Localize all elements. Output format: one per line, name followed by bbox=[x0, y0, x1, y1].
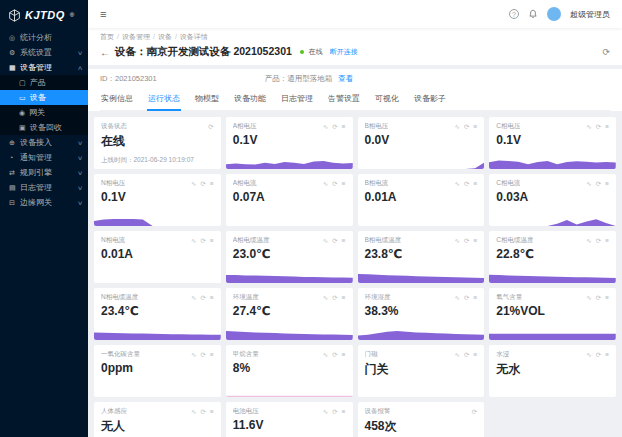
more-icon[interactable]: ≡ bbox=[210, 294, 214, 302]
refresh-icon[interactable]: ⟳ bbox=[596, 351, 601, 359]
refresh-icon[interactable]: ⟳ bbox=[208, 123, 213, 131]
more-icon[interactable]: ≡ bbox=[342, 123, 346, 131]
sidebar-item-rule-engine[interactable]: ⇄规则引擎∨ bbox=[0, 165, 88, 180]
more-icon[interactable]: ≡ bbox=[210, 351, 214, 359]
product-view-link[interactable]: 查看 bbox=[338, 74, 353, 83]
trend-icon[interactable]: ∿ bbox=[191, 408, 196, 416]
trend-icon[interactable]: ∿ bbox=[586, 294, 591, 302]
more-icon[interactable]: ≡ bbox=[605, 237, 609, 245]
refresh-icon[interactable]: ⟳ bbox=[596, 123, 601, 131]
tab-instance-info[interactable]: 实例信息 bbox=[100, 89, 134, 111]
refresh-icon[interactable]: ⟳ bbox=[464, 237, 469, 245]
back-icon[interactable]: ← bbox=[100, 47, 110, 58]
sidebar-item-stats[interactable]: ◎统计分析 bbox=[0, 30, 88, 45]
more-icon[interactable]: ≡ bbox=[342, 237, 346, 245]
sidebar-item-product[interactable]: ▢产品 bbox=[0, 75, 88, 90]
refresh-icon[interactable]: ⟳ bbox=[332, 408, 337, 416]
more-icon[interactable]: ≡ bbox=[605, 123, 609, 131]
user-name[interactable]: 超级管理员 bbox=[570, 9, 610, 20]
refresh-icon[interactable]: ⟳ bbox=[464, 123, 469, 131]
refresh-icon[interactable]: ⟳ bbox=[464, 180, 469, 188]
avatar[interactable] bbox=[547, 7, 561, 21]
refresh-icon[interactable]: ⟳ bbox=[332, 351, 337, 359]
trend-icon[interactable]: ∿ bbox=[191, 180, 196, 188]
more-icon[interactable]: ≡ bbox=[210, 237, 214, 245]
refresh-icon[interactable]: ⟳ bbox=[201, 408, 206, 416]
trend-icon[interactable]: ∿ bbox=[455, 294, 460, 302]
trend-icon[interactable]: ∿ bbox=[586, 180, 591, 188]
more-icon[interactable]: ≡ bbox=[473, 180, 477, 188]
tab-device-function[interactable]: 设备功能 bbox=[233, 89, 267, 111]
trend-icon[interactable]: ∿ bbox=[323, 237, 328, 245]
more-icon[interactable]: ≡ bbox=[473, 237, 477, 245]
breadcrumb-item[interactable]: 首页 bbox=[100, 33, 114, 40]
sidebar-item-device-access[interactable]: ⊕设备接入∨ bbox=[0, 135, 88, 150]
sidebar-item-gateway[interactable]: ◉网关 bbox=[0, 105, 88, 120]
refresh-icon[interactable]: ⟳ bbox=[596, 237, 601, 245]
trend-icon[interactable]: ∿ bbox=[586, 351, 591, 359]
refresh-icon[interactable]: ⟳ bbox=[464, 294, 469, 302]
more-icon[interactable]: ≡ bbox=[605, 351, 609, 359]
more-icon[interactable]: ≡ bbox=[210, 180, 214, 188]
tab-device-shadow[interactable]: 设备影子 bbox=[413, 89, 447, 111]
breadcrumb-item[interactable]: 设备管理 bbox=[122, 33, 150, 40]
refresh-icon[interactable]: ⟳ bbox=[332, 294, 337, 302]
trend-icon[interactable]: ∿ bbox=[191, 351, 196, 359]
disconnect-link[interactable]: 断开连接 bbox=[330, 47, 358, 57]
card-value: 0ppm bbox=[101, 361, 214, 375]
sidebar-item-edge-gateway[interactable]: ⊟边缘网关∨ bbox=[0, 195, 88, 210]
sidebar-item-device-recycle[interactable]: ▣设备回收 bbox=[0, 120, 88, 135]
more-icon[interactable]: ≡ bbox=[342, 351, 346, 359]
trend-icon[interactable]: ∿ bbox=[191, 294, 196, 302]
trend-icon[interactable]: ∿ bbox=[323, 123, 328, 131]
more-icon[interactable]: ≡ bbox=[210, 408, 214, 416]
trend-icon[interactable]: ∿ bbox=[455, 123, 460, 131]
tab-visualization[interactable]: 可视化 bbox=[374, 89, 400, 111]
trend-icon[interactable]: ∿ bbox=[586, 237, 591, 245]
more-icon[interactable]: ≡ bbox=[605, 294, 609, 302]
refresh-icon[interactable]: ⟳ bbox=[332, 237, 337, 245]
refresh-icon[interactable]: ⟳ bbox=[596, 294, 601, 302]
refresh-icon[interactable]: ⟳ bbox=[596, 180, 601, 188]
sidebar-item-system-settings[interactable]: ⚙系统设置∨ bbox=[0, 45, 88, 60]
tab-log-management[interactable]: 日志管理 bbox=[280, 89, 314, 111]
refresh-icon[interactable]: ⟳ bbox=[201, 237, 206, 245]
refresh-icon[interactable]: ⟳ bbox=[472, 408, 477, 416]
bell-icon[interactable] bbox=[528, 9, 538, 19]
trend-icon[interactable]: ∿ bbox=[323, 408, 328, 416]
breadcrumb-item[interactable]: 设备 bbox=[158, 33, 172, 40]
sidebar-item-log-management[interactable]: ▤日志管理∨ bbox=[0, 180, 88, 195]
card-value: 38.3% bbox=[365, 304, 478, 318]
more-icon[interactable]: ≡ bbox=[473, 294, 477, 302]
trend-icon[interactable]: ∿ bbox=[323, 294, 328, 302]
tab-running-status[interactable]: 运行状态 bbox=[147, 89, 181, 111]
refresh-icon[interactable]: ⟳ bbox=[201, 180, 206, 188]
more-icon[interactable]: ≡ bbox=[342, 408, 346, 416]
logo[interactable]: KJTDQ ® bbox=[0, 0, 88, 30]
trend-icon[interactable]: ∿ bbox=[323, 180, 328, 188]
tab-thing-model[interactable]: 物模型 bbox=[194, 89, 220, 111]
trend-icon[interactable]: ∿ bbox=[586, 123, 591, 131]
sidebar-collapse-icon[interactable]: ≡ bbox=[100, 9, 106, 20]
refresh-icon[interactable]: ⟳ bbox=[332, 123, 337, 131]
refresh-icon[interactable]: ⟳ bbox=[201, 351, 206, 359]
sidebar-item-device-management[interactable]: ▦设备管理∧ bbox=[0, 60, 88, 75]
more-icon[interactable]: ≡ bbox=[342, 294, 346, 302]
refresh-icon[interactable]: ⟳ bbox=[464, 351, 469, 359]
trend-icon[interactable]: ∿ bbox=[455, 351, 460, 359]
trend-icon[interactable]: ∿ bbox=[191, 237, 196, 245]
refresh-icon[interactable]: ⟳ bbox=[332, 180, 337, 188]
help-icon[interactable]: ? bbox=[509, 9, 519, 19]
page-refresh-icon[interactable]: ⟳ bbox=[602, 47, 610, 57]
tab-alarm-settings[interactable]: 告警设置 bbox=[327, 89, 361, 111]
more-icon[interactable]: ≡ bbox=[473, 123, 477, 131]
more-icon[interactable]: ≡ bbox=[342, 180, 346, 188]
refresh-icon[interactable]: ⟳ bbox=[201, 294, 206, 302]
more-icon[interactable]: ≡ bbox=[605, 180, 609, 188]
trend-icon[interactable]: ∿ bbox=[455, 180, 460, 188]
sidebar-item-notification[interactable]: ◔通知管理∨ bbox=[0, 150, 88, 165]
more-icon[interactable]: ≡ bbox=[473, 351, 477, 359]
sidebar-item-device[interactable]: ▭设备 bbox=[0, 90, 88, 105]
trend-icon[interactable]: ∿ bbox=[455, 237, 460, 245]
trend-icon[interactable]: ∿ bbox=[323, 351, 328, 359]
